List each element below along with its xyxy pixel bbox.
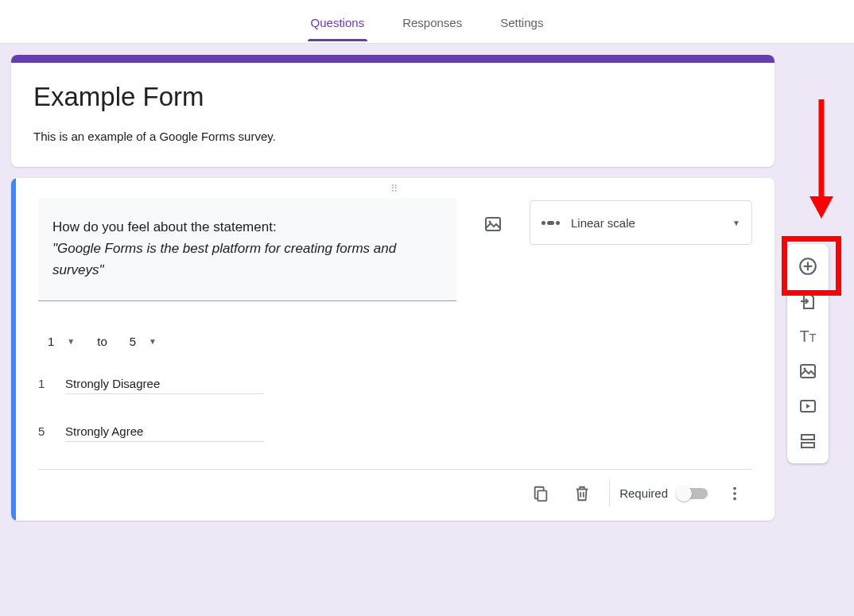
duplicate-button[interactable] (523, 476, 558, 511)
chevron-down-icon: ▼ (67, 337, 75, 346)
annotation-arrow (809, 99, 833, 219)
svg-point-5 (733, 497, 736, 500)
form-theme-bar (11, 55, 774, 63)
svg-rect-11 (802, 443, 814, 447)
trash-icon (573, 485, 591, 502)
required-toggle[interactable] (677, 488, 708, 499)
add-section-button[interactable] (792, 425, 824, 457)
svg-marker-13 (809, 196, 833, 219)
plus-circle-icon (798, 256, 818, 277)
divider (609, 481, 610, 506)
section-icon (798, 432, 817, 451)
question-card[interactable]: ⠿ How do you feel about the statement: "… (11, 178, 774, 521)
scale-low-number: 1 (38, 377, 46, 390)
scale-to-select[interactable]: 5 ▼ (130, 335, 157, 348)
scale-to-word: to (97, 335, 107, 348)
question-footer: Required (38, 469, 752, 521)
import-file-icon (798, 292, 817, 311)
add-question-button[interactable] (792, 250, 824, 282)
more-options-button[interactable] (717, 476, 752, 511)
svg-point-3 (733, 486, 736, 490)
scale-high-label-input[interactable] (65, 421, 264, 442)
tab-questions[interactable]: Questions (308, 3, 368, 41)
linear-scale-icon (542, 221, 560, 225)
scale-labels-section: 1 5 (38, 374, 752, 442)
svg-rect-0 (486, 218, 500, 231)
add-title-button[interactable]: TT (792, 320, 824, 352)
question-text-line2: "Google Forms is the best platform for c… (52, 238, 442, 281)
required-label: Required (619, 486, 668, 500)
tab-settings[interactable]: Settings (497, 3, 546, 41)
question-text-input[interactable]: How do you feel about the statement: "Go… (38, 199, 456, 301)
delete-button[interactable] (565, 476, 600, 511)
question-side-toolbar: TT (787, 244, 829, 463)
tab-responses[interactable]: Responses (399, 3, 465, 41)
image-icon (798, 362, 817, 381)
svg-point-4 (733, 492, 736, 495)
image-icon (483, 215, 503, 234)
form-canvas: Example Form This is an example of a Goo… (0, 44, 854, 616)
scale-low-label-input[interactable] (65, 374, 264, 394)
duplicate-icon (532, 485, 549, 502)
form-description[interactable]: This is an example of a Google Forms sur… (33, 130, 752, 143)
editor-tabs: Questions Responses Settings (0, 0, 854, 44)
title-text-icon: TT (800, 328, 817, 344)
form-title[interactable]: Example Form (33, 82, 752, 112)
chevron-down-icon: ▼ (732, 219, 740, 227)
scale-to-value: 5 (130, 335, 136, 348)
scale-from-select[interactable]: 1 ▼ (48, 335, 75, 348)
question-text-line1: How do you feel about the statement: (52, 216, 442, 238)
question-type-label: Linear scale (571, 216, 635, 230)
chevron-down-icon: ▼ (149, 337, 157, 346)
svg-rect-10 (802, 435, 814, 440)
add-image-button[interactable] (792, 355, 824, 387)
scale-high-number: 5 (38, 424, 46, 438)
import-questions-button[interactable] (792, 285, 824, 317)
question-type-select[interactable]: Linear scale ▼ (530, 200, 752, 245)
drag-handle-icon[interactable]: ⠿ (16, 183, 774, 195)
form-header-card[interactable]: Example Form This is an example of a Goo… (11, 55, 774, 167)
svg-rect-7 (801, 365, 815, 378)
add-question-image-button[interactable] (476, 207, 510, 242)
add-video-button[interactable] (792, 390, 824, 422)
more-vertical-icon (726, 485, 743, 502)
scale-from-value: 1 (48, 335, 54, 348)
svg-rect-2 (538, 490, 546, 501)
required-toggle-group: Required (619, 486, 711, 500)
video-icon (798, 397, 817, 416)
scale-range-row: 1 ▼ to 5 ▼ (48, 335, 752, 348)
